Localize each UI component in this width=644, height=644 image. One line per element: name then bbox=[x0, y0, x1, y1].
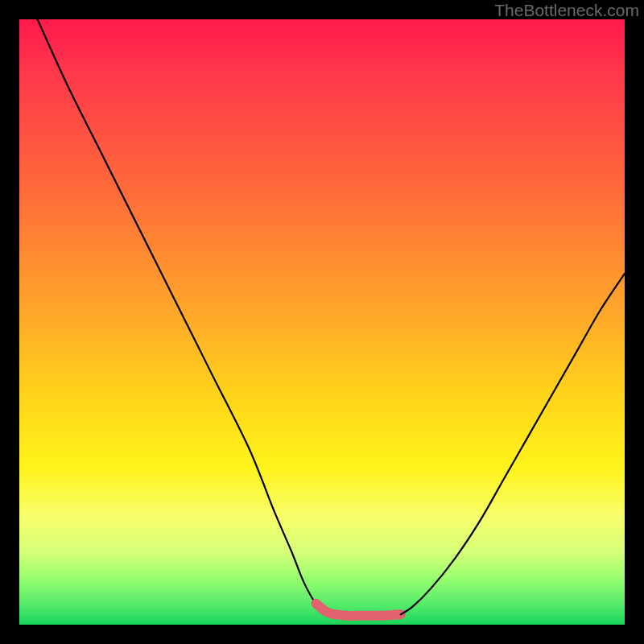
right-branch-curve bbox=[401, 274, 625, 614]
plot-area bbox=[19, 19, 625, 625]
chart-stage: TheBottleneck.com bbox=[0, 0, 644, 644]
chart-overlay bbox=[19, 19, 625, 625]
watermark-text: TheBottleneck.com bbox=[494, 1, 639, 20]
bottom-highlight bbox=[316, 604, 400, 616]
left-branch-curve bbox=[38, 19, 341, 616]
